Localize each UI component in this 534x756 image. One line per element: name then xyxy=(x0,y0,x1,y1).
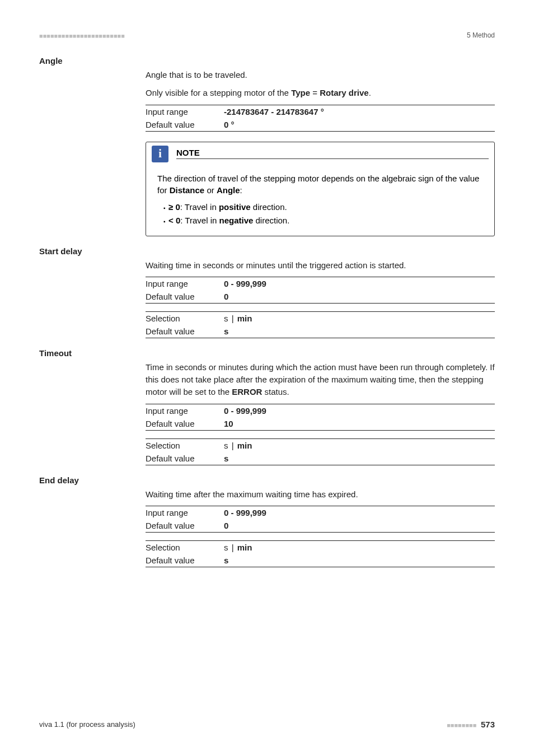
spec-row: Selection s | min xyxy=(146,438,495,452)
sd-spec-group-1: Input range 0 - 999,999 Default value 0 xyxy=(146,277,495,304)
spec-label: Selection xyxy=(146,441,224,450)
text: status. xyxy=(262,387,289,396)
footer-right: ■■■■■■■■ 573 xyxy=(447,720,495,729)
spec-row: Default value s xyxy=(146,325,495,338)
spec-label: Selection xyxy=(146,543,224,552)
spec-row: Input range -214783647 - 214783647 ° xyxy=(146,105,495,118)
text: Distance xyxy=(170,185,205,195)
spec-label: Default value xyxy=(146,120,224,129)
angle-desc: Angle that is to be traveled. xyxy=(146,69,495,81)
text: s xyxy=(224,314,228,323)
text: Time in seconds or minutes during which … xyxy=(146,362,495,396)
angle-spec-group: Input range -214783647 - 214783647 ° Def… xyxy=(146,105,495,132)
list-item: < 0: Travel in negative direction. xyxy=(168,214,483,227)
header-dashes: ■■■■■■■■■■■■■■■■■■■■■■■ xyxy=(39,32,125,39)
text: < 0 xyxy=(168,216,180,225)
text: direction. xyxy=(253,216,289,225)
text: | xyxy=(229,314,236,323)
angle-visibility: Only visible for a stepping motor of the… xyxy=(146,87,495,99)
spec-value: 0 xyxy=(224,292,495,301)
text: | xyxy=(229,441,236,450)
text: : xyxy=(240,185,242,195)
footer-left: viva 1.1 (for process analysis) xyxy=(39,720,135,729)
page-footer: viva 1.1 (for process analysis) ■■■■■■■■… xyxy=(39,720,495,729)
spec-row: Default value 10 xyxy=(146,417,495,430)
section-end-delay: End delay Waiting time after the maximum… xyxy=(39,475,495,568)
end-delay-label: End delay xyxy=(39,475,495,485)
spec-row: Input range 0 - 999,999 xyxy=(146,506,495,519)
section-timeout: Timeout Time in seconds or minutes durin… xyxy=(39,348,495,465)
text: | xyxy=(229,543,236,552)
list-item: ≥ 0: Travel in positive direction. xyxy=(168,201,483,213)
text: Only visible for a stepping motor of the xyxy=(146,88,291,97)
spec-value: s xyxy=(224,556,495,565)
spec-label: Input range xyxy=(146,107,224,116)
spec-row: Default value 0 xyxy=(146,290,495,303)
note-body: The direction of travel of the stepping … xyxy=(146,166,494,236)
ed-spec-group-1: Input range 0 - 999,999 Default value 0 xyxy=(146,506,495,533)
spec-value: 0 - 999,999 xyxy=(224,279,495,288)
header-section-label: 5 Method xyxy=(467,31,495,39)
to-spec-group-1: Input range 0 - 999,999 Default value 10 xyxy=(146,404,495,431)
spec-label: Input range xyxy=(146,279,224,288)
text: min xyxy=(237,441,252,450)
text: ERROR xyxy=(232,387,262,396)
page: ■■■■■■■■■■■■■■■■■■■■■■■ 5 Method Angle A… xyxy=(0,0,534,756)
text-rotary: Rotary drive xyxy=(320,88,369,97)
text: : Travel in xyxy=(180,216,219,225)
spec-value: s | min xyxy=(224,441,495,450)
angle-label: Angle xyxy=(39,56,495,66)
spec-value: 0 - 999,999 xyxy=(224,508,495,517)
spec-label: Default value xyxy=(146,419,224,428)
page-header: ■■■■■■■■■■■■■■■■■■■■■■■ 5 Method xyxy=(39,31,495,39)
footer-dashes: ■■■■■■■■ xyxy=(447,722,476,729)
to-spec-group-2: Selection s | min Default value s xyxy=(146,438,495,465)
spec-row: Default value s xyxy=(146,452,495,465)
spec-value: s | min xyxy=(224,543,495,552)
spec-value: 0 ° xyxy=(224,120,495,129)
spec-row: Default value s xyxy=(146,554,495,567)
text-type: Type xyxy=(291,88,310,97)
text: s xyxy=(224,543,228,552)
footer-page-number: 573 xyxy=(481,720,495,729)
text: min xyxy=(237,543,252,552)
info-icon: i xyxy=(152,146,168,162)
spec-row: Default value 0 ° xyxy=(146,118,495,131)
start-delay-desc: Waiting time in seconds or minutes until… xyxy=(146,259,495,272)
spec-label: Input range xyxy=(146,406,224,416)
sd-spec-group-2: Selection s | min Default value s xyxy=(146,311,495,338)
spec-value: s xyxy=(224,454,495,463)
note-head: i NOTE xyxy=(146,142,494,166)
spec-value: s xyxy=(224,326,495,336)
spec-label: Input range xyxy=(146,508,224,517)
text: s xyxy=(224,441,228,450)
end-delay-content: Waiting time after the maximum waiting t… xyxy=(146,488,495,568)
text: or xyxy=(204,185,217,195)
note-title: NOTE xyxy=(176,148,489,159)
spec-row: Input range 0 - 999,999 xyxy=(146,404,495,417)
text: = xyxy=(310,88,320,97)
text: direction. xyxy=(251,202,287,212)
text: ≥ 0 xyxy=(168,202,180,212)
spec-label: Default value xyxy=(146,454,224,463)
spec-label: Default value xyxy=(146,292,224,301)
text: positive xyxy=(219,202,251,212)
spec-row: Default value 0 xyxy=(146,519,495,532)
text: min xyxy=(237,314,252,323)
section-start-delay: Start delay Waiting time in seconds or m… xyxy=(39,246,495,339)
end-delay-desc: Waiting time after the maximum waiting t… xyxy=(146,488,495,501)
spec-value: 10 xyxy=(224,419,495,428)
note-bullets: ≥ 0: Travel in positive direction. < 0: … xyxy=(157,201,483,227)
start-delay-label: Start delay xyxy=(39,246,495,256)
text: negative xyxy=(219,216,253,225)
angle-content: Angle that is to be traveled. Only visib… xyxy=(146,69,495,236)
spec-value: s | min xyxy=(224,314,495,323)
spec-value: 0 - 999,999 xyxy=(224,406,495,416)
spec-value: -214783647 - 214783647 ° xyxy=(224,107,495,116)
ed-spec-group-2: Selection s | min Default value s xyxy=(146,540,495,567)
note-box: i NOTE The direction of travel of the st… xyxy=(146,142,495,236)
timeout-desc: Time in seconds or minutes during which … xyxy=(146,361,495,398)
text: Angle xyxy=(217,185,240,195)
spec-label: Default value xyxy=(146,521,224,530)
timeout-label: Timeout xyxy=(39,348,495,358)
